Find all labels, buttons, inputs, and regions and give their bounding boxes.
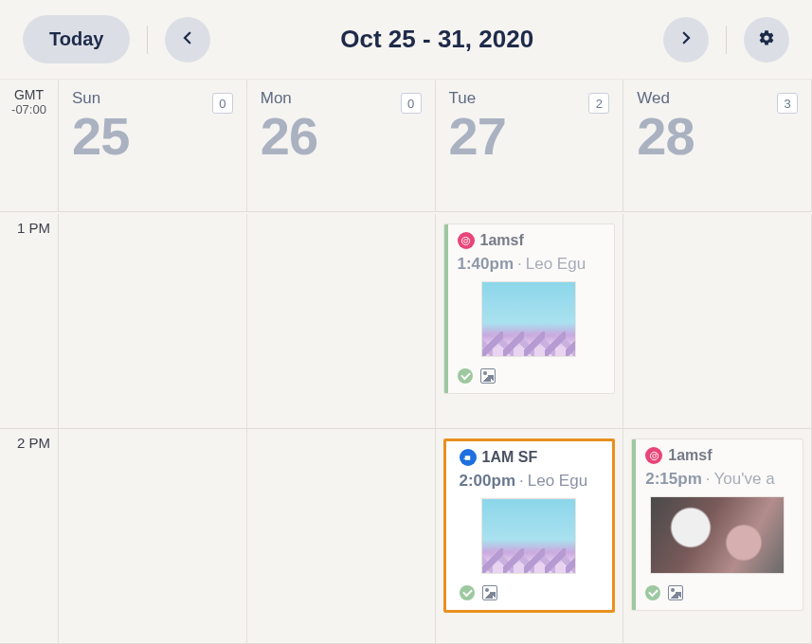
day-number: 25 [72,110,233,163]
timezone-label: GMT [6,87,52,102]
event-time: 2:00pm [460,472,516,491]
event-thumbnail [481,498,576,574]
day-number: 27 [449,110,610,163]
image-icon [482,585,497,600]
today-button[interactable]: Today [23,15,130,63]
slot-tue-1pm[interactable]: 1amsf 1:40pm · Leo Egu [436,214,624,429]
time-label-2pm: 2 PM [0,429,59,644]
calendar-grid: GMT -07:00 Sun 25 0 Mon 26 0 Tue 27 2 We… [0,80,812,644]
toolbar: Today Oct 25 - 31, 2020 [0,0,812,80]
account-name: 1AM SF [482,449,538,466]
settings-button[interactable] [744,17,789,63]
status-ok-icon [645,585,660,600]
post-count-badge: 2 [588,93,609,114]
day-header-mon[interactable]: Mon 26 0 [247,80,436,212]
day-header-wed[interactable]: Wed 28 3 [623,80,812,212]
slot-mon-1pm[interactable] [247,214,436,429]
post-count-badge: 0 [401,93,422,114]
day-number: 28 [637,110,798,163]
svg-point-7 [656,453,657,454]
instagram-icon [458,232,475,249]
event-card-selected[interactable]: 1AM SF 2:00pm · Leo Egu [443,438,616,613]
status-ok-icon [458,368,473,384]
instagram-icon [645,447,662,464]
svg-rect-3 [465,456,471,460]
event-stripe [444,224,448,393]
event-time: 2:15pm [645,470,702,489]
chevron-right-icon [677,29,695,49]
event-card[interactable]: 1amsf 2:15pm · You've a [631,438,803,611]
event-text: You've a [714,470,775,489]
day-header-tue[interactable]: Tue 27 2 [436,80,624,212]
image-icon [668,585,683,600]
chevron-left-icon [179,29,196,49]
day-abbr: Mon [261,89,422,108]
image-icon [480,368,496,384]
event-text: Leo Egu [526,255,586,274]
event-card[interactable]: 1amsf 1:40pm · Leo Egu [443,224,616,394]
next-week-button[interactable] [663,17,709,63]
separator: · [517,255,522,274]
separator: · [706,470,711,489]
divider [147,26,148,54]
slot-sun-2pm[interactable] [59,429,247,644]
facebook-icon [460,449,477,466]
day-abbr: Tue [449,89,610,108]
divider [726,26,727,54]
day-abbr: Sun [72,89,233,108]
slot-mon-2pm[interactable] [247,429,436,644]
svg-point-5 [650,452,658,459]
slot-tue-2pm[interactable]: 1AM SF 2:00pm · Leo Egu [436,429,624,644]
account-name: 1amsf [668,447,712,464]
svg-marker-4 [463,457,465,458]
day-header-sun[interactable]: Sun 25 0 [59,80,247,212]
time-label-1pm: 1 PM [0,214,59,429]
gear-icon [758,29,775,49]
day-number: 26 [261,110,422,163]
timezone-offset: -07:00 [6,102,52,116]
event-time: 1:40pm [458,255,514,274]
svg-point-0 [461,237,469,244]
event-stripe [632,439,636,610]
event-thumbnail [650,496,785,574]
post-count-badge: 3 [777,93,798,114]
status-ok-icon [460,585,475,600]
date-range-title: Oct 25 - 31, 2020 [235,25,639,54]
svg-point-1 [464,239,468,242]
slot-wed-1pm[interactable] [623,214,812,429]
account-name: 1amsf [480,232,524,249]
timezone-cell: GMT -07:00 [0,80,59,212]
event-text: Leo Egu [528,472,587,491]
day-abbr: Wed [637,89,798,108]
svg-point-2 [467,238,468,239]
slot-sun-1pm[interactable] [59,214,247,429]
slot-wed-2pm[interactable]: 1amsf 2:15pm · You've a [623,429,812,644]
post-count-badge: 0 [212,93,233,114]
event-thumbnail [481,281,576,357]
separator: · [519,472,524,491]
prev-week-button[interactable] [165,17,210,63]
svg-point-6 [652,454,656,457]
